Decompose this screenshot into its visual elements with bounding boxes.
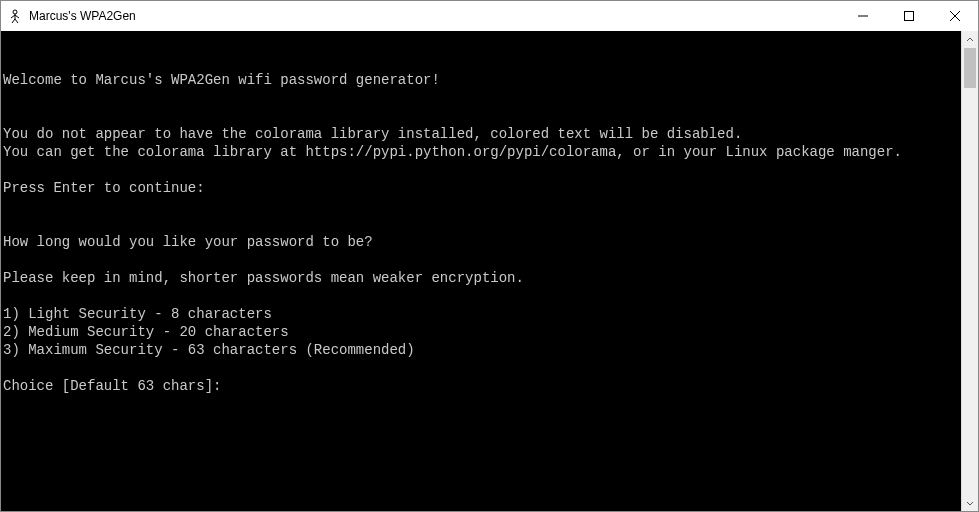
terminal-line: 2) Medium Security - 20 characters bbox=[3, 323, 961, 341]
terminal-line: Press Enter to continue: bbox=[3, 179, 961, 197]
terminal-line: Choice [Default 63 chars]: bbox=[3, 377, 961, 395]
terminal-output[interactable]: Welcome to Marcus's WPA2Gen wifi passwor… bbox=[1, 31, 961, 511]
app-icon bbox=[7, 8, 23, 24]
terminal-line bbox=[3, 215, 961, 233]
terminal-line: 1) Light Security - 8 characters bbox=[3, 305, 961, 323]
scroll-thumb[interactable] bbox=[964, 48, 976, 88]
svg-line-4 bbox=[12, 19, 15, 23]
window-title: Marcus's WPA2Gen bbox=[29, 9, 136, 23]
terminal-line bbox=[3, 89, 961, 107]
svg-line-2 bbox=[11, 15, 15, 18]
close-button[interactable] bbox=[932, 1, 978, 31]
maximize-button[interactable] bbox=[886, 1, 932, 31]
terminal-line bbox=[3, 161, 961, 179]
vertical-scrollbar[interactable] bbox=[961, 31, 978, 511]
minimize-button[interactable] bbox=[840, 1, 886, 31]
terminal-line: How long would you like your password to… bbox=[3, 233, 961, 251]
terminal-line bbox=[3, 287, 961, 305]
terminal-line bbox=[3, 53, 961, 71]
scroll-up-button[interactable] bbox=[962, 31, 978, 48]
terminal-line bbox=[3, 197, 961, 215]
client-area: Welcome to Marcus's WPA2Gen wifi passwor… bbox=[1, 31, 978, 511]
svg-line-5 bbox=[15, 19, 18, 23]
app-window: Marcus's WPA2Gen Welcome to Marcus's WPA… bbox=[0, 0, 979, 512]
terminal-line: Welcome to Marcus's WPA2Gen wifi passwor… bbox=[3, 71, 961, 89]
terminal-line bbox=[3, 107, 961, 125]
svg-point-0 bbox=[13, 10, 17, 14]
terminal-line: 3) Maximum Security - 63 characters (Rec… bbox=[3, 341, 961, 359]
scroll-track[interactable] bbox=[962, 48, 978, 494]
terminal-line: Please keep in mind, shorter passwords m… bbox=[3, 269, 961, 287]
terminal-line bbox=[3, 251, 961, 269]
svg-rect-7 bbox=[905, 12, 914, 21]
svg-line-3 bbox=[15, 15, 19, 18]
terminal-line: You can get the colorama library at http… bbox=[3, 143, 961, 161]
scroll-down-button[interactable] bbox=[962, 494, 978, 511]
titlebar[interactable]: Marcus's WPA2Gen bbox=[1, 1, 978, 31]
terminal-line bbox=[3, 359, 961, 377]
terminal-line bbox=[3, 35, 961, 53]
terminal-line: You do not appear to have the colorama l… bbox=[3, 125, 961, 143]
window-controls bbox=[840, 1, 978, 31]
